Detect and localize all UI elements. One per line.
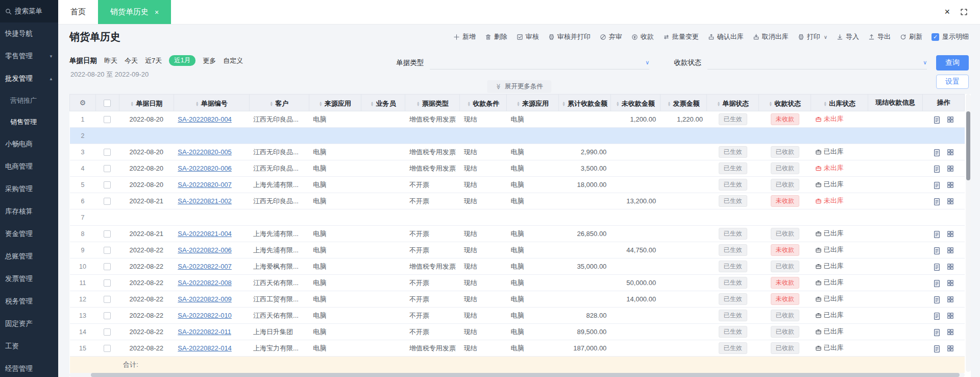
sort-icon[interactable]: ▲▼: [668, 101, 671, 106]
doc-number-link[interactable]: SA-20220822-011: [178, 328, 231, 336]
column-header-doc-date[interactable]: ▲▼单据日期: [119, 95, 174, 111]
table-row[interactable]: 82022-08-21SA-20220821-004上海先浦有限...电脑不开票…: [70, 226, 965, 242]
table-row[interactable]: 32022-08-20SA-20220820-005江西无印良品...电脑增值税…: [70, 144, 965, 160]
doc-number-link[interactable]: SA-20220820-005: [178, 148, 232, 156]
row-checkbox[interactable]: [104, 247, 111, 254]
row-more-button[interactable]: [944, 230, 957, 238]
quick-filter-custom[interactable]: 自定义: [223, 56, 243, 65]
row-view-button[interactable]: [930, 165, 944, 173]
row-checkbox[interactable]: [104, 181, 111, 188]
sort-icon[interactable]: ▲▼: [562, 101, 566, 106]
row-more-button[interactable]: [944, 247, 957, 254]
table-row[interactable]: 152022-08-22SA-20220822-014上海宝力有限...电脑增值…: [70, 340, 965, 357]
row-checkbox[interactable]: [104, 230, 111, 238]
column-header-payment-terms[interactable]: ▲▼收款条件: [460, 95, 507, 111]
settings-button[interactable]: 设置: [936, 75, 969, 89]
table-row[interactable]: 122022-08-22SA-20220822-009江西工贸有限...电脑不开…: [70, 291, 965, 308]
doc-number-link[interactable]: SA-20220821-004: [178, 230, 232, 238]
date-range-value[interactable]: 2022-08-20 至 2022-09-20: [70, 70, 243, 79]
row-more-button[interactable]: [944, 181, 957, 188]
show-detail-checkbox[interactable]: ✓: [932, 33, 939, 41]
sort-icon[interactable]: ▲▼: [717, 101, 720, 106]
cancel-outbound-button[interactable]: 取消出库: [753, 32, 789, 41]
sidebar-item-retail-management[interactable]: 零售管理▼: [0, 45, 58, 67]
column-header-doc-no[interactable]: ▲▼单据编号: [174, 95, 249, 111]
row-checkbox[interactable]: [104, 165, 111, 172]
sidebar-item-ecommerce-management[interactable]: 电商管理: [0, 155, 58, 178]
sidebar-item-wholesale-management[interactable]: 批发管理▲: [0, 67, 58, 90]
doc-number-link[interactable]: SA-20220821-002: [178, 197, 232, 205]
tab-sales-history[interactable]: 销货单历史 ×: [98, 0, 171, 24]
sidebar-item-tax-management[interactable]: 税务管理: [0, 290, 58, 313]
row-checkbox[interactable]: [104, 263, 111, 270]
row-view-button[interactable]: [930, 345, 944, 352]
sidebar-item-fixed-assets[interactable]: 固定资产: [0, 313, 58, 335]
horizontal-scrollbar[interactable]: [69, 373, 965, 377]
row-checkbox[interactable]: [104, 345, 111, 352]
row-view-button[interactable]: [930, 230, 944, 238]
row-view-button[interactable]: [930, 328, 944, 336]
sort-icon[interactable]: ▲▼: [517, 101, 520, 106]
row-more-button[interactable]: [944, 296, 957, 303]
column-header-cumulative-received[interactable]: ▲▼累计收款金额: [558, 95, 610, 111]
row-more-button[interactable]: [944, 345, 957, 352]
audit-print-button[interactable]: 审核并打印: [548, 32, 591, 41]
delete-button[interactable]: 删除: [485, 32, 507, 41]
table-row[interactable]: 2: [70, 128, 965, 144]
sidebar-item-procurement-management[interactable]: 采购管理: [0, 178, 58, 200]
sort-icon[interactable]: ▲▼: [270, 101, 273, 106]
new-button[interactable]: 新增: [453, 32, 476, 41]
quick-filter-last-1-month[interactable]: 近1月: [169, 55, 195, 66]
sort-icon[interactable]: ▲▼: [467, 101, 471, 106]
column-header-doc-status[interactable]: ▲▼单据状态: [707, 95, 759, 111]
row-view-button[interactable]: [930, 279, 944, 287]
table-row[interactable]: 12022-08-20SA-20220820-004江西无印良品...电脑增值税…: [70, 111, 965, 128]
audit-button[interactable]: 审核: [517, 32, 539, 41]
row-more-button[interactable]: [944, 263, 957, 270]
table-row[interactable]: 112022-08-22SA-20220822-008江西天佑有限...电脑不开…: [70, 275, 965, 291]
select-all-checkbox[interactable]: [104, 100, 111, 107]
row-checkbox[interactable]: [104, 279, 111, 287]
doc-number-link[interactable]: SA-20220820-007: [178, 181, 232, 188]
horizontal-scrollbar-thumb[interactable]: [91, 373, 960, 377]
doc-number-link[interactable]: SA-20220822-008: [178, 279, 232, 287]
row-view-button[interactable]: [930, 149, 944, 156]
table-row[interactable]: 52022-08-20SA-20220820-007上海先浦有限...电脑不开票…: [70, 177, 965, 193]
sidebar-item-invoice-management[interactable]: 发票管理: [0, 268, 58, 290]
pay-status-select[interactable]: ∨: [707, 56, 927, 69]
sidebar-item-general-ledger[interactable]: 总账管理: [0, 245, 58, 268]
row-more-button[interactable]: [944, 328, 957, 336]
doc-number-link[interactable]: SA-20220820-006: [178, 164, 232, 172]
row-more-button[interactable]: [944, 312, 957, 319]
vertical-scrollbar[interactable]: [966, 94, 971, 372]
table-row[interactable]: 92022-08-22SA-20220822-006上海先浦有限...电脑不开票…: [70, 242, 965, 258]
export-button[interactable]: 导出: [868, 32, 891, 41]
sort-icon[interactable]: ▲▼: [823, 101, 827, 106]
row-view-button[interactable]: [930, 312, 944, 320]
table-row[interactable]: 7: [70, 209, 965, 226]
sidebar-item-search-menu[interactable]: 搜索菜单: [0, 0, 58, 22]
column-header-salesman[interactable]: ▲▼业务员: [361, 95, 405, 111]
row-view-button[interactable]: [930, 296, 944, 303]
column-header-unreceived[interactable]: ▲▼未收款金额: [610, 95, 660, 111]
row-view-button[interactable]: [930, 181, 944, 189]
sort-icon[interactable]: ▲▼: [319, 101, 323, 106]
row-more-button[interactable]: [944, 116, 957, 123]
quick-filter-today[interactable]: 今天: [125, 56, 138, 65]
sort-icon[interactable]: ▲▼: [195, 101, 199, 106]
sort-icon[interactable]: ▲▼: [130, 101, 134, 106]
close-icon[interactable]: ×: [944, 7, 950, 17]
column-header-customer[interactable]: ▲▼客户: [249, 95, 309, 111]
vertical-scrollbar-thumb[interactable]: [966, 111, 970, 180]
column-header-bill-type[interactable]: ▲▼票据类型: [405, 95, 460, 111]
show-detail-toggle[interactable]: ✓ 显示明细: [932, 32, 969, 41]
table-row[interactable]: 62022-08-21SA-20220821-002江西无印良品...电脑不开票…: [70, 193, 965, 209]
tab-home[interactable]: 首页: [58, 0, 98, 24]
row-checkbox[interactable]: [104, 296, 111, 303]
row-checkbox[interactable]: [104, 198, 111, 205]
import-button[interactable]: 导入: [837, 32, 859, 41]
column-header-cash-info[interactable]: 现结收款信息: [868, 95, 923, 111]
row-checkbox[interactable]: [104, 149, 111, 156]
confirm-outbound-button[interactable]: 确认出库: [708, 32, 744, 41]
row-checkbox[interactable]: [104, 328, 111, 336]
